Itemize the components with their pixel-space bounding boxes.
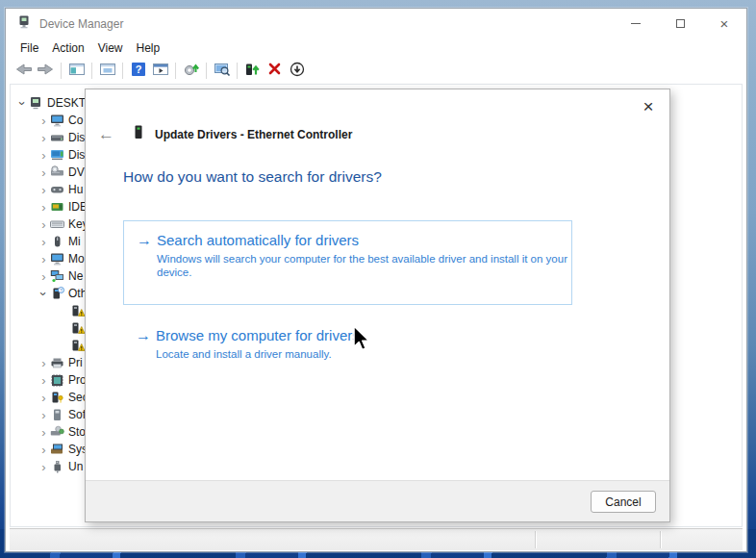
show-console-tree-icon xyxy=(68,62,86,81)
menu-action[interactable]: Action xyxy=(52,41,84,55)
toolbar-separator xyxy=(237,63,238,79)
processor-icon xyxy=(50,373,64,387)
network-adapter-icon xyxy=(50,269,64,283)
toolbar-separator xyxy=(206,63,207,79)
chevron-collapsed-icon[interactable]: › xyxy=(38,149,50,162)
tree-item-label: DV xyxy=(68,165,85,179)
status-bar-divider xyxy=(535,531,536,548)
status-bar-divider xyxy=(660,531,661,548)
unknown-device-icon: ? xyxy=(50,287,64,300)
toolbar-separator xyxy=(122,63,123,79)
chevron-collapsed-icon[interactable]: › xyxy=(38,218,50,231)
option-title: Search automatically for drivers xyxy=(157,231,359,250)
dialog-heading: How do you want to search for drivers? xyxy=(123,168,382,186)
chevron-collapsed-icon[interactable]: › xyxy=(38,461,50,473)
svg-text:?: ? xyxy=(135,63,141,75)
title-bar: Device Manager × xyxy=(6,9,746,38)
back-icon xyxy=(14,62,33,81)
usb-controller-icon xyxy=(50,460,64,473)
tree-item-label: Hu xyxy=(68,183,83,196)
option-arrow-icon: → xyxy=(137,231,157,250)
dialog-title: Update Drivers - Ethernet Controller xyxy=(155,128,352,141)
driver-option-browse-computer[interactable]: → Browse my computer for drivers Locate … xyxy=(136,326,571,361)
device-driver-icon xyxy=(133,124,144,144)
uninstall-device-button[interactable] xyxy=(264,61,286,82)
printer-icon xyxy=(50,356,64,369)
chevron-expanded-icon[interactable]: › xyxy=(16,97,29,110)
chevron-collapsed-icon[interactable]: › xyxy=(38,201,50,214)
option-arrow-icon: → xyxy=(136,326,156,345)
uninstall-x-icon xyxy=(267,62,282,80)
menu-file[interactable]: File xyxy=(20,41,38,55)
tree-item-label: Ne xyxy=(68,269,83,283)
status-bar xyxy=(10,528,743,550)
window-properties-icon xyxy=(99,62,116,81)
back-button[interactable] xyxy=(13,61,35,82)
chevron-collapsed-icon[interactable]: › xyxy=(38,270,50,283)
chevron-collapsed-icon[interactable]: › xyxy=(38,357,50,369)
help-button[interactable]: ? xyxy=(127,61,149,82)
update-device-driver-icon xyxy=(244,62,261,81)
computer-icon xyxy=(29,96,43,110)
mouse-icon xyxy=(50,235,64,248)
storage-controller-icon xyxy=(50,425,64,439)
maximize-button[interactable] xyxy=(658,9,702,38)
show-action-pane-button[interactable] xyxy=(149,61,171,82)
chevron-collapsed-icon[interactable]: › xyxy=(38,392,50,404)
update-driver-gear-icon xyxy=(183,62,200,81)
tree-item-label: Co xyxy=(68,114,83,127)
dialog-back-arrow-icon[interactable]: ← xyxy=(98,125,121,144)
tree-item-label: Un xyxy=(68,460,83,473)
chevron-collapsed-icon[interactable]: › xyxy=(38,132,50,144)
toolbar-separator xyxy=(61,63,62,79)
tree-item-label: Pri xyxy=(68,356,83,369)
forward-button[interactable] xyxy=(35,61,57,82)
tree-item-label: Pro xyxy=(68,373,87,387)
menu-bar: FileActionViewHelp xyxy=(6,38,746,58)
toolbar-separator xyxy=(91,63,92,79)
driver-option-search-automatically[interactable]: → Search automatically for drivers Windo… xyxy=(123,220,572,305)
software-device-icon xyxy=(50,408,64,421)
chevron-expanded-icon[interactable]: › xyxy=(38,288,50,300)
disable-device-button[interactable] xyxy=(286,61,308,82)
chevron-collapsed-icon[interactable]: › xyxy=(38,253,50,266)
tree-item-label: Dis xyxy=(68,131,85,144)
chevron-collapsed-icon[interactable]: › xyxy=(38,426,50,439)
minimize-button[interactable] xyxy=(614,9,658,38)
close-button[interactable]: × xyxy=(702,9,746,38)
desktop: { "window": { "title": "Device Manager",… xyxy=(0,0,756,558)
chevron-collapsed-icon[interactable]: › xyxy=(38,236,50,248)
tree-item-label: Sof xyxy=(68,408,86,421)
dialog-footer: Cancel xyxy=(86,480,669,521)
update-driver-gear-button[interactable] xyxy=(180,61,202,82)
option-title: Browse my computer for drivers xyxy=(156,326,360,345)
warning-device-icon xyxy=(71,321,86,335)
svg-text:?: ? xyxy=(60,289,63,293)
security-device-icon xyxy=(50,391,64,404)
warning-device-icon xyxy=(71,304,86,317)
warning-device-icon xyxy=(71,339,86,352)
menu-view[interactable]: View xyxy=(98,41,123,55)
chevron-collapsed-icon[interactable]: › xyxy=(38,166,50,179)
device-manager-app-icon xyxy=(16,14,32,34)
cancel-button[interactable]: Cancel xyxy=(591,491,656,513)
disk-drive-icon xyxy=(50,131,64,144)
chevron-collapsed-icon[interactable]: › xyxy=(38,444,50,456)
tree-item-label: Mi xyxy=(68,235,81,248)
show-console-tree-button[interactable] xyxy=(65,61,88,82)
update-device-driver-button[interactable] xyxy=(241,61,264,82)
dvd-drive-icon xyxy=(50,165,64,179)
toolbar: ? xyxy=(6,58,746,84)
properties-button[interactable] xyxy=(96,61,118,82)
display-adapter-icon xyxy=(50,148,64,162)
dialog-close-button[interactable]: × xyxy=(637,95,660,118)
dialog-header: ← Update Drivers - Ethernet Controller xyxy=(98,124,352,144)
menu-help[interactable]: Help xyxy=(137,41,161,55)
scan-hardware-changes-button[interactable] xyxy=(211,61,233,82)
help-icon: ? xyxy=(131,62,146,81)
chevron-collapsed-icon[interactable]: › xyxy=(38,114,50,127)
chevron-collapsed-icon[interactable]: › xyxy=(38,409,50,421)
chevron-collapsed-icon[interactable]: › xyxy=(38,374,50,387)
chevron-collapsed-icon[interactable]: › xyxy=(38,184,50,196)
close-icon: × xyxy=(720,16,729,31)
